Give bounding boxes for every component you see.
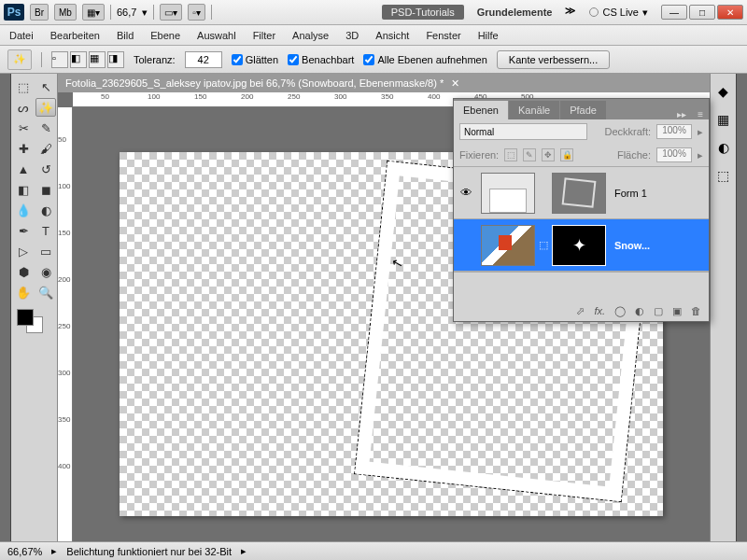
color-panel-icon[interactable]: ◆ [714, 83, 733, 100]
layer-name[interactable]: Form 1 [609, 188, 709, 199]
healing-tool[interactable]: ✚ [13, 139, 34, 158]
menu-filter[interactable]: Filter [253, 30, 275, 41]
zoom-display[interactable]: 66,7 [117, 7, 136, 18]
menu-window[interactable]: Fenster [426, 30, 460, 41]
3d-tool[interactable]: ⬢ [13, 262, 34, 281]
layer-mask-thumbnail[interactable]: ✦ [552, 225, 606, 266]
lock-position-icon[interactable]: ✥ [542, 148, 555, 161]
layer-fx-icon[interactable]: fx. [594, 305, 605, 316]
workspace-active[interactable]: PSD-Tutorials [382, 5, 464, 20]
new-layer-icon[interactable]: ▣ [672, 305, 682, 317]
tab-layers[interactable]: Ebenen [454, 101, 508, 119]
color-swatches[interactable] [13, 307, 55, 335]
layers-footer: ⬀ fx. ◯ ◐ ▢ ▣ 🗑 [454, 301, 709, 321]
chevron-right-icon[interactable]: ▸ [51, 545, 57, 557]
styles-panel-icon[interactable]: ⬚ [714, 167, 733, 184]
link-icon[interactable]: ⬚ [538, 239, 549, 251]
vector-mask-thumbnail[interactable] [552, 173, 606, 214]
swatches-panel-icon[interactable]: ▦ [714, 111, 733, 128]
layer-name[interactable]: Snow... [609, 240, 709, 251]
contiguous-check[interactable]: Benachbart [288, 54, 354, 65]
crop-tool[interactable]: ✂ [13, 119, 34, 137]
menu-edit[interactable]: Bearbeiten [50, 30, 100, 41]
zoom-status[interactable]: 66,67% [7, 546, 42, 557]
history-brush-tool[interactable]: ↺ [35, 160, 56, 178]
opacity-input[interactable]: 100% [656, 124, 692, 139]
maximize-button[interactable]: □ [689, 5, 715, 20]
blur-tool[interactable]: 💧 [13, 201, 34, 219]
fill-label: Fläche: [617, 149, 651, 161]
refine-edge-button[interactable]: Kante verbessern... [497, 50, 610, 69]
stamp-tool[interactable]: ▲ [13, 160, 34, 178]
gradient-tool[interactable]: ◼ [35, 180, 56, 199]
lock-pixels-icon[interactable]: ✎ [523, 148, 536, 161]
lasso-tool[interactable]: ᔕ [13, 98, 34, 117]
magic-wand-tool[interactable]: ✨ [35, 98, 56, 117]
menu-file[interactable]: Datei [9, 30, 34, 41]
menu-3d[interactable]: 3D [345, 30, 359, 41]
tab-channels[interactable]: Kanäle [509, 101, 559, 119]
menu-help[interactable]: Hilfe [478, 30, 499, 41]
right-dock[interactable] [736, 74, 747, 541]
lock-all-icon[interactable]: 🔒 [560, 148, 573, 161]
marquee-tool[interactable]: ↖ [35, 77, 56, 96]
tab-paths[interactable]: Pfade [560, 101, 606, 119]
antialias-check[interactable]: Glätten [232, 54, 278, 65]
3d-camera-tool[interactable]: ◉ [35, 262, 56, 281]
dodge-tool[interactable]: ◐ [35, 201, 56, 219]
screenmode-button[interactable]: ▫▾ [188, 4, 205, 21]
tolerance-input[interactable] [185, 51, 222, 68]
menu-select[interactable]: Auswahl [197, 30, 236, 41]
layer-mask-icon[interactable]: ◯ [614, 305, 626, 317]
brush-tool[interactable]: 🖌 [35, 139, 56, 158]
workspace-more-icon[interactable]: ≫ [565, 5, 576, 20]
bridge-button[interactable]: Br [30, 4, 49, 21]
lock-transparency-icon[interactable]: ⬚ [504, 148, 517, 161]
layer-row[interactable]: ⬚ ✦ Snow... [454, 219, 709, 272]
fill-input[interactable]: 100% [656, 147, 692, 162]
delete-layer-icon[interactable]: 🗑 [691, 305, 701, 316]
status-info: Belichtung funktioniert nur bei 32-Bit [66, 546, 232, 557]
tool-preset-icon[interactable]: ✨ [7, 49, 32, 70]
blend-mode-select[interactable] [459, 123, 587, 140]
all-layers-check[interactable]: Alle Ebenen aufnehmen [363, 54, 486, 65]
menu-layer[interactable]: Ebene [150, 30, 180, 41]
arrange-button[interactable]: ▭▾ [160, 4, 182, 21]
eyedropper-tool[interactable]: ✎ [35, 119, 56, 137]
layer-thumbnail[interactable] [481, 173, 535, 214]
zoom-tool[interactable]: 🔍 [35, 283, 56, 301]
panel-collapse-icon[interactable]: ▸▸ [671, 109, 692, 119]
path-select-tool[interactable]: ▷ [13, 242, 34, 260]
panel-menu-icon[interactable]: ≡ [692, 109, 709, 119]
sample-size-group[interactable]: ▫◧▦◨ [51, 51, 124, 68]
cs-live[interactable]: CS Live▾ [582, 7, 655, 19]
minibridge-button[interactable]: Mb [54, 4, 77, 21]
close-button[interactable]: ✕ [717, 5, 743, 20]
move-tool[interactable]: ⬚ [13, 77, 34, 96]
left-dock[interactable] [0, 74, 11, 541]
ruler-vertical[interactable]: 50 100 150 200 250 300 350 400 [58, 107, 73, 541]
type-tool[interactable]: T [35, 221, 56, 240]
group-icon[interactable]: ▢ [654, 305, 663, 317]
view-extras-button[interactable]: ▦▾ [82, 4, 105, 21]
chevron-right-icon[interactable]: ▸ [241, 545, 247, 557]
menu-view[interactable]: Ansicht [375, 30, 409, 41]
menu-analysis[interactable]: Analyse [292, 30, 329, 41]
hand-tool[interactable]: ✋ [13, 283, 34, 301]
eraser-tool[interactable]: ◧ [13, 180, 34, 199]
shape-tool[interactable]: ▭ [35, 242, 56, 260]
document-tab[interactable]: Fotolia_23629605_S_aleksey ipatov.jpg be… [58, 74, 710, 92]
workspace-other[interactable]: Grundelemente [468, 5, 562, 20]
visibility-icon[interactable]: 👁 [454, 186, 478, 200]
layer-row[interactable]: 👁 Form 1 [454, 167, 709, 219]
right-panel-strip: ◆ ▦ ◐ ⬚ [710, 74, 736, 541]
pen-tool[interactable]: ✒ [13, 221, 34, 240]
foreground-color[interactable] [17, 309, 34, 326]
minimize-button[interactable]: ― [661, 5, 687, 20]
menu-image[interactable]: Bild [117, 30, 134, 41]
link-layers-icon[interactable]: ⬀ [576, 305, 585, 317]
close-tab-icon[interactable]: ✕ [451, 77, 459, 90]
adjustment-layer-icon[interactable]: ◐ [635, 305, 644, 317]
adjustments-panel-icon[interactable]: ◐ [714, 139, 733, 156]
layer-thumbnail[interactable] [481, 225, 535, 266]
